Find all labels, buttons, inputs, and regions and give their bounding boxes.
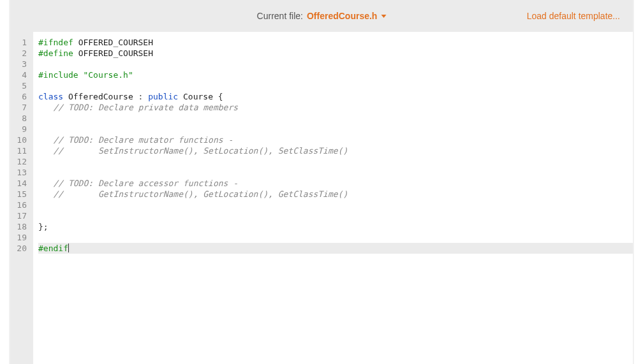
code-line[interactable]: }; — [38, 221, 633, 232]
code-line[interactable] — [38, 59, 633, 69]
code-line[interactable]: // SetInstructorName(), SetLocation(), S… — [38, 145, 633, 156]
code-line[interactable] — [38, 210, 633, 221]
line-number: 7 — [10, 102, 29, 113]
code-line[interactable]: // TODO: Declare private data members — [38, 102, 633, 113]
text-cursor — [68, 244, 69, 252]
code-line[interactable] — [38, 232, 633, 243]
code-line[interactable]: // TODO: Declare accessor functions - — [38, 178, 633, 189]
code-line[interactable] — [38, 200, 633, 210]
line-number: 10 — [10, 135, 29, 145]
code-line[interactable]: #endif — [38, 243, 633, 254]
line-number: 1 — [10, 37, 29, 48]
code-line[interactable]: #include "Course.h" — [38, 69, 633, 80]
code-line[interactable]: #define OFFERED_COURSEH — [38, 48, 633, 59]
editor-header: Current file: OfferedCourse.h Load defau… — [10, 0, 633, 32]
code-line[interactable] — [38, 113, 633, 124]
line-number: 15 — [10, 189, 29, 200]
line-number: 5 — [10, 80, 29, 91]
code-line[interactable] — [38, 124, 633, 135]
code-line[interactable] — [38, 167, 633, 178]
line-number: 12 — [10, 156, 29, 167]
chevron-down-icon — [381, 15, 386, 18]
line-number: 2 — [10, 48, 29, 59]
line-number-gutter: 1234567891011121314151617181920 — [10, 32, 33, 364]
current-file-label: Current file: — [257, 11, 303, 21]
line-number: 8 — [10, 113, 29, 124]
line-number: 13 — [10, 167, 29, 178]
line-number: 20 — [10, 243, 29, 254]
file-dropdown-name: OfferedCourse.h — [307, 11, 377, 21]
current-file-indicator: Current file: OfferedCourse.h — [257, 11, 387, 21]
code-area[interactable]: #ifndef OFFERED_COURSEH#define OFFERED_C… — [33, 32, 633, 364]
line-number: 6 — [10, 91, 29, 102]
line-number: 4 — [10, 69, 29, 80]
app-shell: Current file: OfferedCourse.h Load defau… — [0, 0, 643, 364]
editor-panel: Current file: OfferedCourse.h Load defau… — [9, 0, 634, 364]
code-line[interactable] — [38, 156, 633, 167]
line-number: 14 — [10, 178, 29, 189]
code-line[interactable]: // GetInstructorName(), GetLocation(), G… — [38, 189, 633, 200]
code-line[interactable]: // TODO: Declare mutator functions - — [38, 135, 633, 145]
code-line[interactable]: class OfferedCourse : public Course { — [38, 91, 633, 102]
code-editor[interactable]: 1234567891011121314151617181920 #ifndef … — [10, 32, 633, 364]
line-number: 18 — [10, 221, 29, 232]
code-line[interactable]: #ifndef OFFERED_COURSEH — [38, 37, 633, 48]
line-number: 19 — [10, 232, 29, 243]
load-default-template-link[interactable]: Load default template... — [527, 11, 620, 21]
line-number: 16 — [10, 200, 29, 210]
line-number: 3 — [10, 59, 29, 69]
file-dropdown[interactable]: OfferedCourse.h — [307, 11, 386, 21]
line-number: 11 — [10, 145, 29, 156]
code-line[interactable] — [38, 80, 633, 91]
line-number: 9 — [10, 124, 29, 135]
line-number: 17 — [10, 210, 29, 221]
